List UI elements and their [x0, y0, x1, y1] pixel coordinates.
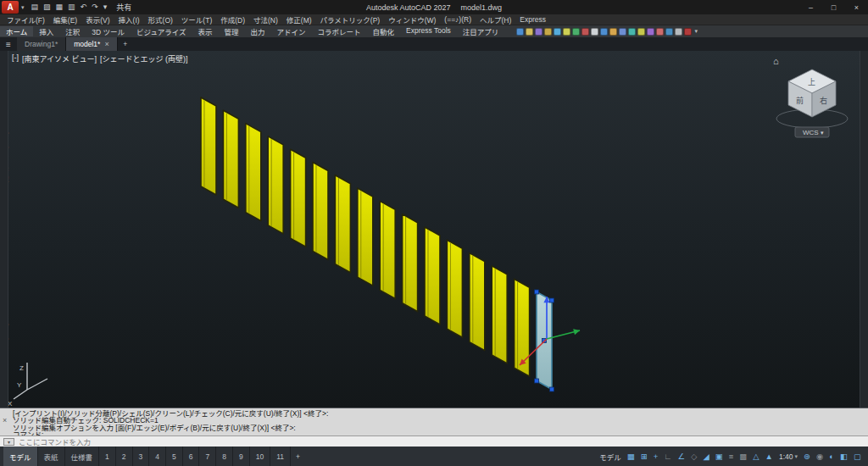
- grid-icon[interactable]: ▦: [627, 452, 635, 461]
- ribbon-toolbar-icon[interactable]: [647, 28, 654, 36]
- ribbon-tab[interactable]: 表示: [192, 26, 219, 36]
- application-menu-dropdown-icon[interactable]: ▾: [19, 4, 27, 11]
- ribbon-tab[interactable]: ホーム: [0, 26, 33, 36]
- snap-mode-icon[interactable]: ⊞: [641, 452, 648, 461]
- panel-solid[interactable]: [335, 175, 350, 273]
- layout-tab[interactable]: 表紙: [38, 447, 65, 466]
- annotation-scale-control[interactable]: 1:40 ▾: [779, 452, 798, 461]
- visual-style-controls-menu[interactable]: [シェードとエッジ (両壁)]: [100, 53, 188, 64]
- viewport-canvas[interactable]: Z Y X ⌂ 上 前 右 WCS ▾: [0, 51, 868, 408]
- panel-solid[interactable]: [201, 97, 216, 195]
- ribbon-tab[interactable]: 管理: [219, 26, 245, 36]
- dynamic-input-icon[interactable]: +: [654, 452, 659, 461]
- menu-item[interactable]: パラメトリック(P): [316, 14, 385, 25]
- menu-item[interactable]: 表示(V): [81, 14, 114, 25]
- menu-item[interactable]: 編集(E): [49, 14, 81, 25]
- layout-tab[interactable]: 5: [166, 447, 183, 466]
- layout-tab[interactable]: 8: [216, 447, 233, 466]
- panel-solid[interactable]: [380, 201, 395, 298]
- panel-solid[interactable]: [313, 163, 328, 260]
- polar-tracking-icon[interactable]: ∠: [678, 452, 686, 461]
- layout-tab[interactable]: 2: [116, 447, 133, 466]
- menu-item[interactable]: 挿入(I): [114, 14, 144, 25]
- panel-solid[interactable]: [223, 110, 238, 208]
- ribbon-toolbar-icon[interactable]: [563, 28, 570, 36]
- ribbon-tab[interactable]: Express Tools: [400, 26, 457, 36]
- undo-icon[interactable]: ↶: [81, 3, 87, 11]
- panel-solid[interactable]: [358, 188, 373, 286]
- menu-item[interactable]: 寸法(N): [249, 14, 282, 25]
- maximize-button[interactable]: □: [822, 0, 845, 14]
- grip[interactable]: [535, 379, 539, 383]
- object-snap-tracking-icon[interactable]: ◢: [703, 452, 709, 461]
- plot-icon[interactable]: ▥: [68, 3, 75, 11]
- qat-dropdown-icon[interactable]: ▾: [103, 3, 108, 11]
- menu-item[interactable]: ヘルプ(H): [476, 14, 515, 25]
- ribbon-toolbar-icon[interactable]: [554, 28, 561, 36]
- file-tab[interactable]: Drawing1*: [17, 37, 66, 51]
- ribbon-tab[interactable]: 自動化: [367, 26, 401, 36]
- lineweight-icon[interactable]: ≡: [729, 452, 734, 461]
- isolate-objects-icon[interactable]: ◐: [829, 452, 834, 461]
- grip[interactable]: [535, 290, 539, 294]
- ribbon-tab[interactable]: 挿入: [33, 26, 59, 36]
- ribbon-overflow-icon[interactable]: ▾: [694, 28, 698, 35]
- ribbon-toolbar-icon[interactable]: [516, 28, 524, 36]
- ribbon-toolbar-icon[interactable]: [526, 28, 533, 36]
- layout-tab[interactable]: 4: [149, 447, 166, 466]
- annotation-visibility-icon[interactable]: △: [753, 452, 759, 461]
- command-close-icon[interactable]: ×: [3, 416, 7, 424]
- ribbon-toolbar-icon[interactable]: [535, 28, 542, 36]
- layout-tab[interactable]: 7: [199, 447, 216, 466]
- isometric-drafting-icon[interactable]: ◇: [691, 452, 697, 461]
- viewcube[interactable]: ⌂ 上 前 右 WCS ▾: [773, 56, 848, 137]
- menu-item[interactable]: ウィンドウ(W): [384, 14, 440, 25]
- layout-tab[interactable]: 3: [133, 447, 150, 466]
- viewport-controls-menu[interactable]: [-]: [12, 53, 19, 64]
- file-tab-menu-icon[interactable]: ≡: [0, 37, 17, 51]
- graphics-performance-icon[interactable]: ◧: [840, 452, 848, 461]
- menu-item[interactable]: 修正(M): [282, 14, 316, 25]
- ribbon-toolbar-icon[interactable]: [600, 28, 608, 36]
- panel-solid[interactable]: [470, 253, 485, 351]
- menu-item[interactable]: 作成(D): [216, 14, 249, 25]
- ribbon-tab[interactable]: 3D ツール: [86, 26, 131, 36]
- panel-solid[interactable]: [403, 214, 418, 312]
- layout-tab[interactable]: 10: [250, 447, 270, 466]
- share-button[interactable]: 共有: [111, 2, 136, 13]
- ribbon-tab[interactable]: アドイン: [271, 26, 312, 36]
- ribbon-tab[interactable]: コラボレート: [312, 26, 367, 36]
- layout-tab[interactable]: 1: [99, 447, 116, 466]
- menu-item[interactable]: (==♪)(R): [440, 15, 476, 24]
- menu-item[interactable]: 形式(O): [144, 14, 177, 25]
- ribbon-toolbar-icon[interactable]: [675, 28, 682, 36]
- close-button[interactable]: ×: [845, 0, 868, 14]
- drawing-viewport[interactable]: Z Y X ⌂ 上 前 右 WCS ▾ [-] [南東アイソメ ビュ: [0, 51, 868, 408]
- ribbon-toolbar-icon[interactable]: [684, 28, 692, 36]
- menu-item[interactable]: ツール(T): [177, 14, 216, 25]
- menu-item[interactable]: ファイル(F): [3, 14, 49, 25]
- grip[interactable]: [550, 298, 554, 302]
- ribbon-toolbar-icon[interactable]: [656, 28, 664, 36]
- ucs-icon[interactable]: Z Y X: [8, 363, 47, 408]
- layout-tab[interactable]: モデル: [3, 447, 38, 466]
- layout-tab[interactable]: 11: [270, 447, 291, 466]
- panel-solid[interactable]: [246, 124, 261, 221]
- ribbon-toolbar-icon[interactable]: [637, 28, 645, 36]
- layout-tab[interactable]: 9: [233, 447, 250, 466]
- layout-tab[interactable]: 仕様書: [65, 447, 100, 466]
- new-drawing-tab-button[interactable]: +: [118, 37, 133, 51]
- panel-solid[interactable]: [492, 266, 507, 363]
- ribbon-toolbar-icon[interactable]: [619, 28, 626, 36]
- save-icon[interactable]: ▦: [56, 3, 64, 11]
- workspace-gear-icon[interactable]: ⊛: [804, 452, 810, 461]
- ribbon-tab[interactable]: 注目アプリ: [457, 26, 505, 36]
- panel-solid[interactable]: [268, 136, 283, 234]
- annotation-autoscale-icon[interactable]: ▲: [765, 452, 773, 461]
- file-tab[interactable]: model1*×: [66, 37, 117, 51]
- ribbon-toolbar-icon[interactable]: [628, 28, 636, 36]
- selection-cycling-icon[interactable]: ▩: [739, 452, 747, 461]
- command-input[interactable]: ここにコマンドを入力: [19, 436, 91, 447]
- ribbon-tab[interactable]: 出力: [245, 26, 271, 36]
- ortho-mode-icon[interactable]: ∟: [664, 452, 671, 461]
